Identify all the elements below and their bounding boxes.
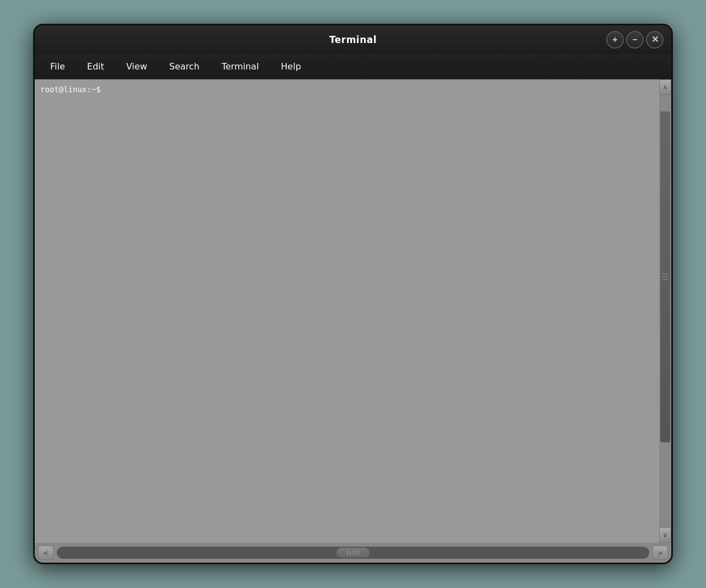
vertical-scrollbar: ∧ ∨: [659, 79, 671, 543]
scroll-thumb-vertical[interactable]: [660, 111, 670, 442]
terminal-prompt: root@linux:~$: [40, 85, 101, 94]
h-grip-line-2: [350, 550, 351, 555]
scroll-up-button[interactable]: ∧: [659, 79, 671, 95]
menubar: File Edit View Search Terminal Help: [35, 54, 671, 79]
menu-file[interactable]: File: [40, 58, 75, 75]
minimize-button[interactable]: −: [626, 31, 644, 49]
h-grip-line-4: [355, 550, 356, 555]
scroll-down-button[interactable]: ∨: [659, 527, 671, 543]
grip-line-3: [662, 279, 668, 280]
window-title: Terminal: [329, 34, 377, 45]
menu-help[interactable]: Help: [271, 58, 311, 75]
scroll-thumb-horizontal[interactable]: [336, 548, 370, 558]
h-grip-line-5: [358, 550, 359, 555]
grip-line-2: [662, 276, 668, 277]
close-button[interactable]: ✕: [646, 31, 664, 49]
scroll-right-button[interactable]: >: [652, 546, 668, 560]
scroll-track-vertical[interactable]: [659, 95, 671, 527]
titlebar: Terminal + − ✕: [35, 25, 671, 54]
terminal-content[interactable]: root@linux:~$: [35, 79, 659, 543]
menu-search[interactable]: Search: [159, 58, 210, 75]
menu-edit[interactable]: Edit: [77, 58, 114, 75]
grip-line-1: [662, 274, 668, 275]
window-controls: + − ✕: [606, 31, 664, 49]
menu-view[interactable]: View: [116, 58, 157, 75]
menu-terminal[interactable]: Terminal: [212, 58, 269, 75]
scroll-track-horizontal[interactable]: [57, 547, 649, 559]
horizontal-scrollbar: < >: [35, 543, 671, 563]
h-grip-line-1: [347, 550, 348, 555]
scroll-left-button[interactable]: <: [38, 546, 54, 560]
terminal-window: Terminal + − ✕ File Edit View Search Ter…: [33, 24, 673, 564]
terminal-outer: root@linux:~$ ∧ ∨: [35, 79, 671, 543]
add-tab-button[interactable]: +: [606, 31, 624, 49]
h-grip-line-3: [352, 550, 354, 555]
